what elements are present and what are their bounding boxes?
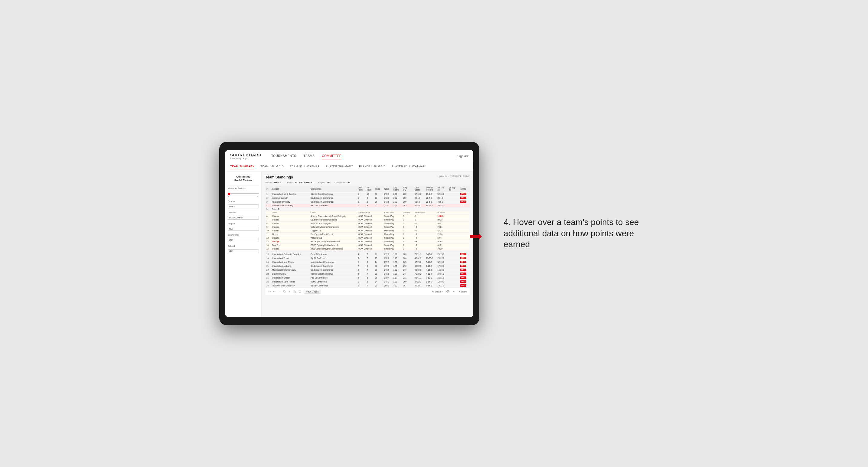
overall-cell: 29-4-0 (425, 196, 436, 200)
conf-rank-cell: 2 (356, 200, 366, 204)
col-overall-record: OverallRecord (425, 186, 436, 192)
conf-rank-cell: 1 (356, 196, 366, 200)
vs25-cell: 50-10-0 (436, 192, 448, 196)
tooltip-data-row: 11 Florida I The Cypress Point Classic N… (265, 232, 470, 236)
nav-committee[interactable]: COMMITTEE (322, 153, 341, 159)
page-wrapper: SCOREBOARD Powered by clippd TOURNAMENTS… (101, 142, 767, 325)
tab-player-h2h-grid[interactable]: PLAYER H2H GRID (359, 164, 385, 169)
points-cell[interactable]: 93.31 (459, 196, 470, 200)
add-icon[interactable]: ＋ (288, 289, 291, 294)
tooltip-header-row: Team Event Event Division Event Type Rou… (265, 211, 470, 214)
share-label: Share (461, 291, 467, 293)
min-rounds-slider[interactable] (228, 193, 259, 194)
col-points: Points (459, 186, 470, 192)
table-row: 22 Mississippi State University Southeas… (265, 268, 470, 272)
rank-cell: 2 (265, 196, 271, 200)
tab-team-h2h-heatmap[interactable]: TEAM H2H HEATMAP (290, 164, 320, 169)
region-select[interactable]: N/A East West (228, 227, 259, 231)
sign-out-link[interactable]: Sign out (456, 155, 468, 158)
col-conf-rank: ConfRank (356, 186, 366, 192)
tab-team-summary[interactable]: TEAM SUMMARY (230, 164, 254, 169)
tooltip-data-row: 7 Univers. Southern Highlands Collegiate… (265, 218, 470, 222)
table-row: 18 University of California, Berkeley Pa… (265, 252, 470, 256)
grid-button[interactable]: ⊞ (453, 290, 455, 293)
col-conference: Conference (309, 186, 356, 192)
school-cell: University of North Carolina (271, 192, 309, 196)
gender-select[interactable]: Men's Women's (228, 205, 259, 208)
school-label: School (228, 245, 259, 247)
division-select[interactable]: NCAA Division I NCAA Division II NCAA Di… (228, 216, 259, 220)
vs50-cell (447, 200, 459, 204)
tooltip-event-header: Event (309, 211, 356, 214)
wins-cell: 272.0 (383, 192, 392, 196)
school-select[interactable]: (All) (228, 249, 259, 253)
toolbar-left: ↩ ↪ → ⧉ ＋ ◎ ⏱ View: Original (268, 289, 321, 294)
tab-player-h2h-heatmap[interactable]: PLAYER H2H HEATMAP (392, 164, 425, 169)
table-row: 25 University of North Florida ASUN Conf… (265, 280, 470, 284)
rnds-cell: 19 (374, 200, 383, 204)
col-no-tour: NoTour (366, 186, 374, 192)
table-row: 26 The Ohio State University Big Ten Con… (265, 284, 470, 288)
no-tour-cell: 9 (366, 196, 374, 200)
rnds-cell: 30 (374, 192, 383, 196)
watch-label: Watch (435, 291, 441, 293)
sub-nav: TEAM SUMMARY TEAM H2H GRID TEAM H2H HEAT… (225, 162, 473, 172)
clock-icon[interactable]: ⏱ (299, 290, 302, 293)
tablet-screen: SCOREBOARD Powered by clippd TOURNAMENTS… (225, 150, 473, 317)
table-row: 24 University of Oregon Pac-12 Conferenc… (265, 276, 470, 280)
grid-icon: ⊞ (453, 290, 455, 293)
annotation-area: 4. Hover over a team's points to see add… (497, 217, 649, 250)
points-cell-highlighted[interactable]: 79.5 (459, 204, 470, 208)
conf-cell: Atlantic Coast Conference (309, 192, 356, 196)
nav-teams[interactable]: TEAMS (303, 153, 314, 159)
table-row: 2 Auburn University Southeastern Confere… (265, 196, 470, 200)
points-cell[interactable]: 90.30 (459, 200, 470, 204)
view-original-button[interactable]: View: Original (304, 290, 321, 294)
low-score-cell: 87-25-1 (413, 204, 425, 208)
rnds-cell: 22 (374, 204, 383, 208)
rnds-cell: 23 (374, 196, 383, 200)
circle-icon[interactable]: ◎ (293, 290, 296, 293)
tab-team-h2h-grid[interactable]: TEAM H2H GRID (260, 164, 284, 169)
redo-icon[interactable]: ↪ (273, 290, 276, 293)
nav-bar: SCOREBOARD Powered by clippd TOURNAMENTS… (225, 150, 473, 162)
tooltip-event-div-header: Event Division (356, 211, 383, 214)
standings-title: Team Standings (265, 175, 293, 179)
gender-section: Gender Men's Women's (228, 200, 259, 208)
school-cell: Texas T... (271, 208, 309, 211)
min-rounds-section: Minimum Rounds 0 10 (228, 187, 259, 197)
overall-cell: 29-5-0 (425, 200, 436, 204)
range-labels: 0 10 (228, 195, 259, 197)
undo-icon[interactable]: ↩ (268, 290, 271, 293)
filter-row: Gender: Men's Division: NCAA Division I … (265, 181, 470, 184)
region-filter: Region: All (318, 181, 330, 184)
tab-player-summary[interactable]: PLAYER SUMMARY (326, 164, 353, 169)
nav-tournaments[interactable]: TOURNAMENTS (271, 153, 297, 159)
share-button[interactable]: ↗ Share (458, 290, 467, 293)
school-cell: Arizona State University (271, 204, 309, 208)
copy-icon[interactable]: ⧉ (283, 290, 285, 293)
gender-filter: Gender: Men's (265, 181, 281, 184)
wins-cell: 272.3 (383, 196, 392, 200)
vs50-cell (447, 204, 459, 208)
col-vs-top25: Vs Top25 (436, 186, 448, 192)
low-score-cell: 67-10-0 (413, 192, 425, 196)
overall-cell: 33-19-1 (425, 204, 436, 208)
adj-score-cell: 2.82 (392, 196, 402, 200)
adj-score-cell: 2.50 (392, 204, 402, 208)
conference-select[interactable]: (All) (228, 238, 259, 242)
comment-button[interactable]: 💬 (446, 290, 449, 293)
tooltip-event-type-header: Event Type (383, 211, 402, 214)
watch-button[interactable]: 👁 Watch ▾ (432, 290, 443, 293)
tooltip-data-row: 15 Univers. 2023 Sahalee Players Champio… (265, 247, 470, 251)
standings-header: Team Standings Update time: 13/03/2024 1… (265, 175, 470, 179)
points-cell[interactable]: 97.02 (459, 192, 470, 196)
right-panel: Team Standings Update time: 13/03/2024 1… (261, 172, 473, 317)
tablet-device: SCOREBOARD Powered by clippd TOURNAMENTS… (219, 142, 479, 325)
table-row: 19 University of Texas Big 12 Conference… (265, 256, 470, 260)
vs25-cell: 58-24-1 (436, 204, 448, 208)
col-rank: # (265, 186, 271, 192)
col-low-score: LowScore (413, 186, 425, 192)
forward-icon[interactable]: → (278, 290, 281, 293)
tooltip-rank (265, 211, 271, 214)
